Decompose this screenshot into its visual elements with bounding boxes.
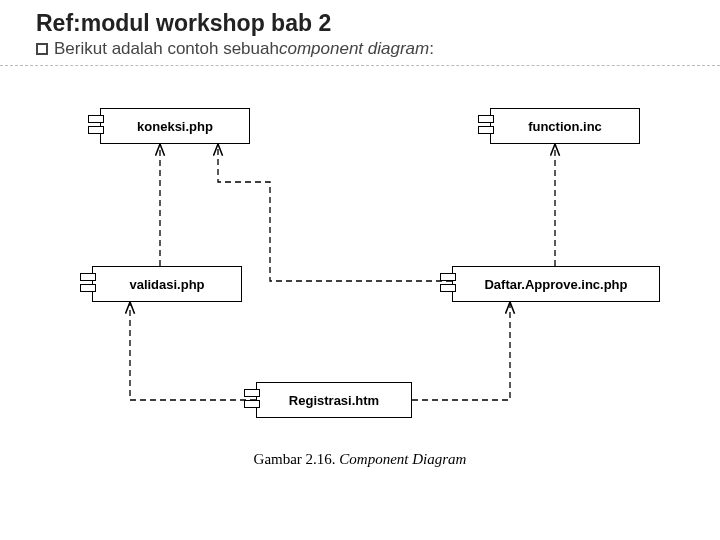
subtitle-text-prefix: Berikut adalah contoh sebuah bbox=[54, 39, 279, 59]
subtitle-text-suffix: : bbox=[429, 39, 434, 59]
component-icon bbox=[80, 273, 96, 295]
component-icon bbox=[88, 115, 104, 137]
page-subtitle: Berikut adalah contoh sebuah component d… bbox=[0, 39, 720, 65]
bullet-icon bbox=[36, 43, 48, 55]
component-icon bbox=[478, 115, 494, 137]
component-daftar: Daftar.Approve.inc.php bbox=[452, 266, 660, 302]
caption-prefix: Gambar 2.16. bbox=[254, 451, 340, 467]
component-label: koneksi.php bbox=[137, 119, 213, 134]
component-validasi: validasi.php bbox=[92, 266, 242, 302]
component-label: Registrasi.htm bbox=[289, 393, 379, 408]
subtitle-text-italic: component diagram bbox=[279, 39, 429, 59]
component-icon bbox=[244, 389, 260, 411]
component-label: function.inc bbox=[528, 119, 602, 134]
arrow-daftar-koneksi bbox=[218, 144, 452, 281]
component-registrasi: Registrasi.htm bbox=[256, 382, 412, 418]
component-label: Daftar.Approve.inc.php bbox=[484, 277, 627, 292]
arrow-registrasi-daftar bbox=[412, 302, 510, 400]
figure-caption: Gambar 2.16. Component Diagram bbox=[0, 451, 720, 468]
page-title: Ref:modul workshop bab 2 bbox=[0, 0, 720, 39]
component-icon bbox=[440, 273, 456, 295]
component-function: function.inc bbox=[490, 108, 640, 144]
caption-italic: Component Diagram bbox=[339, 451, 466, 467]
component-diagram: koneksi.php function.inc validasi.php Da… bbox=[0, 66, 720, 486]
component-label: validasi.php bbox=[129, 277, 204, 292]
component-koneksi: koneksi.php bbox=[100, 108, 250, 144]
arrow-registrasi-validasi bbox=[130, 302, 256, 400]
